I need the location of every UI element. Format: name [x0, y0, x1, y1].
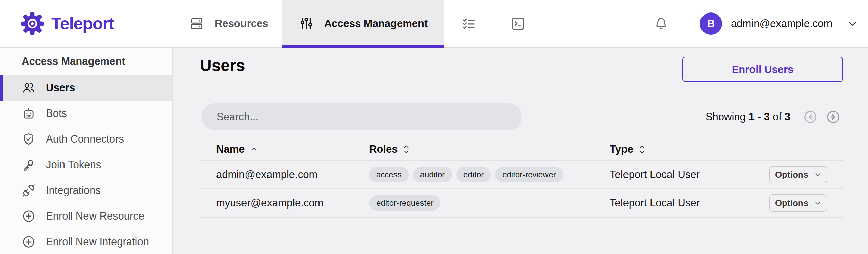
checklist-icon	[461, 16, 477, 32]
sidebar-item-users[interactable]: Users	[0, 75, 172, 101]
user-name: admin@example.com	[216, 169, 369, 181]
sidebar-item-label: Auth Connectors	[46, 133, 124, 145]
user-name: myuser@example.com	[216, 197, 369, 209]
role-pill: editor-reviewer	[495, 167, 563, 182]
pagination: Showing 1 - 3 of 3	[706, 103, 840, 130]
terminal-button[interactable]	[509, 0, 526, 47]
arrow-left-circle-icon	[803, 110, 817, 124]
sidebar-item-label: Enroll New Integration	[46, 236, 149, 248]
user-roles: access auditor editor editor-reviewer	[369, 167, 610, 182]
nav-access-management[interactable]: Access Management	[282, 0, 444, 47]
sidebar-item-join-tokens[interactable]: Join Tokens	[0, 152, 172, 178]
nav-resources[interactable]: Resources	[189, 0, 269, 47]
role-pill: editor	[456, 167, 491, 182]
chevron-down-icon	[846, 18, 859, 30]
enroll-users-button[interactable]: Enroll Users	[682, 57, 843, 82]
sidebar-item-bots[interactable]: Bots	[0, 101, 172, 126]
search-pill	[202, 103, 522, 130]
pagination-summary: Showing 1 - 3 of 3	[706, 111, 790, 123]
sidebar-item-label: Bots	[46, 107, 67, 120]
plus-circle-icon	[22, 209, 36, 223]
user-type: Teleport Local User	[610, 197, 769, 209]
users-table: Name Roles Type	[200, 138, 844, 218]
bot-icon	[22, 106, 36, 121]
access-requests-button[interactable]	[460, 0, 477, 47]
teleport-gear-icon	[20, 11, 45, 36]
table-header-row: Name Roles Type	[200, 138, 844, 161]
table-row: admin@example.com access auditor editor …	[200, 161, 844, 189]
options-button[interactable]: Options	[769, 194, 827, 212]
sidebar-item-enroll-new-resource[interactable]: Enroll New Resource	[0, 203, 172, 229]
sort-asc-icon	[250, 145, 258, 153]
sidebar-item-label: Users	[46, 82, 75, 94]
sidebar-item-label: Integrations	[46, 184, 101, 197]
role-pill: editor-requester	[369, 195, 440, 211]
user-menu-email[interactable]: admin@example.com	[731, 0, 832, 47]
servers-icon	[189, 16, 204, 31]
sidebar-item-integrations[interactable]: Integrations	[0, 178, 172, 203]
column-header-type[interactable]: Type	[610, 143, 769, 155]
logo-wordmark: Teleport	[51, 14, 114, 33]
column-header-name[interactable]: Name	[216, 143, 369, 155]
next-page-button[interactable]	[826, 110, 840, 124]
role-pill: access	[369, 167, 409, 182]
plus-circle-icon	[22, 235, 36, 249]
page-title: Users	[200, 56, 245, 75]
chevron-down-icon	[814, 199, 822, 207]
table-row: myuser@example.com editor-requester Tele…	[200, 189, 844, 218]
shield-check-icon	[22, 132, 36, 146]
previous-page-button[interactable]	[803, 110, 817, 124]
sidebar-item-auth-connectors[interactable]: Auth Connectors	[0, 126, 172, 152]
arrow-right-circle-icon	[826, 110, 840, 124]
user-roles: editor-requester	[369, 195, 610, 211]
plug-icon	[22, 183, 36, 198]
sort-both-icon	[403, 144, 410, 154]
main-content: Users Enroll Users Showing 1 - 3 of 3	[174, 48, 868, 254]
search-row: Showing 1 - 3 of 3	[174, 103, 868, 130]
sort-both-icon	[639, 144, 645, 154]
bell-icon	[654, 16, 669, 31]
sliders-icon	[299, 16, 314, 31]
sidebar-item-label: Join Tokens	[46, 159, 101, 171]
chevron-down-icon	[814, 171, 822, 179]
top-header: Teleport Resources Access Management	[0, 0, 868, 48]
avatar[interactable]: B	[700, 12, 722, 35]
sidebar-item-label: Enroll New Resource	[46, 210, 144, 222]
sidebar: Access Management Users Bots Auth Connec…	[0, 48, 173, 254]
options-button[interactable]: Options	[769, 166, 827, 183]
sidebar-heading: Access Management	[0, 48, 172, 75]
sidebar-item-enroll-new-integration[interactable]: Enroll New Integration	[0, 229, 172, 254]
role-pill: auditor	[413, 167, 452, 182]
nav-resources-label: Resources	[215, 18, 269, 30]
search-input[interactable]	[202, 111, 522, 123]
column-header-roles[interactable]: Roles	[369, 143, 610, 155]
user-type: Teleport Local User	[610, 169, 769, 181]
avatar-initial: B	[707, 18, 715, 30]
terminal-icon	[510, 16, 526, 32]
user-menu[interactable]	[846, 0, 859, 47]
nav-access-management-label: Access Management	[324, 18, 428, 30]
users-icon	[22, 81, 36, 95]
teleport-logo[interactable]: Teleport	[20, 0, 114, 47]
notifications-button[interactable]	[653, 0, 669, 47]
key-icon	[22, 158, 36, 172]
active-tab-underline	[282, 45, 444, 48]
